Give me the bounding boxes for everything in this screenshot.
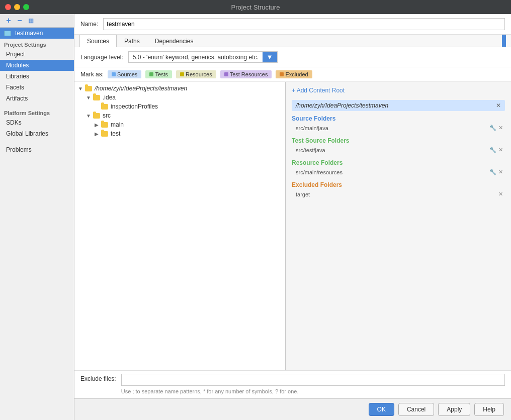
- sidebar-item-facets[interactable]: Facets: [0, 82, 74, 93]
- mark-tests-badge[interactable]: Tests: [145, 70, 172, 78]
- test-folder-icon: [101, 131, 109, 137]
- close-button[interactable]: [5, 4, 11, 10]
- content-split: ▼ /home/zyh/IdeaProjects/testmaven ▼ .id…: [74, 82, 511, 370]
- test-source-folder-actions: 🔧 ✕: [489, 147, 503, 153]
- tree-label-test: test: [111, 130, 120, 137]
- tree-item-idea[interactable]: ▼ .idea: [74, 93, 285, 102]
- test-source-folders-section: Test Source Folders src/test/java 🔧 ✕: [292, 137, 505, 154]
- platform-settings-label: Platform Settings: [4, 110, 50, 116]
- help-button[interactable]: Help: [474, 403, 504, 416]
- idea-folder-icon: [93, 94, 101, 101]
- excluded-folder-remove-btn[interactable]: ✕: [498, 191, 503, 197]
- platform-settings-section-header: Platform Settings: [0, 107, 74, 117]
- resource-folders-title: Resource Folders: [292, 159, 505, 166]
- resource-folder-entry: src/main/resources 🔧 ✕: [292, 168, 505, 176]
- module-folder-icon: [4, 31, 11, 36]
- minimize-button[interactable]: [14, 4, 20, 10]
- maximize-button[interactable]: [23, 4, 29, 10]
- test-resources-dot: [224, 72, 228, 76]
- tree-item-test[interactable]: ▶ test: [74, 129, 285, 138]
- module-name-input[interactable]: [103, 18, 505, 30]
- excluded-folder-entry: target ✕: [292, 190, 505, 198]
- source-folder-properties-btn[interactable]: 🔧: [489, 125, 496, 131]
- tree-item-root[interactable]: ▼ /home/zyh/IdeaProjects/testmaven: [74, 84, 285, 93]
- project-settings-label: Project Settings: [4, 42, 46, 48]
- sidebar: + − ⊞ testmaven Project Settings Project…: [0, 14, 74, 420]
- exclude-right-col: Use ; to separate name patterns, * for a…: [121, 374, 505, 395]
- source-folder-path: src/main/java: [296, 125, 328, 131]
- resource-folder-actions: 🔧 ✕: [489, 169, 503, 175]
- inspection-folder-icon: [101, 103, 109, 110]
- mark-resources-badge[interactable]: Resources: [176, 70, 216, 78]
- sidebar-item-libraries[interactable]: Libraries: [0, 71, 74, 82]
- test-source-folders-title: Test Source Folders: [292, 137, 505, 144]
- module-toolbar: + − ⊞: [0, 14, 74, 28]
- src-folder-icon: [93, 113, 101, 119]
- traffic-lights: [5, 4, 29, 10]
- tree-item-inspectionprofiles[interactable]: inspectionProfiles: [74, 102, 285, 111]
- main-folder-icon: [101, 122, 109, 128]
- tree-item-src[interactable]: ▼ src: [74, 111, 285, 120]
- content-root-remove-button[interactable]: ✕: [496, 102, 501, 109]
- excluded-folders-section: Excluded Folders target ✕: [292, 181, 505, 198]
- test-source-folder-properties-btn[interactable]: 🔧: [489, 147, 496, 153]
- excluded-folders-title: Excluded Folders: [292, 181, 505, 188]
- mark-as-row: Mark as: Sources Tests Resources Test Re…: [74, 67, 511, 82]
- source-folder-entry: src/main/java 🔧 ✕: [292, 124, 505, 132]
- resources-dot: [180, 72, 184, 76]
- content-root-path-text: /home/zyh/IdeaProjects/testmaven: [296, 102, 388, 109]
- remove-module-button[interactable]: −: [15, 16, 24, 25]
- add-content-root-button[interactable]: + Add Content Root: [292, 86, 505, 95]
- bottom-bar: OK Cancel Apply Help: [74, 398, 511, 420]
- module-name-label: testmaven: [15, 30, 43, 37]
- excluded-folder-actions: ✕: [498, 191, 503, 197]
- apply-button[interactable]: Apply: [438, 403, 470, 416]
- mark-sources-badge[interactable]: Sources: [108, 70, 141, 78]
- content-root-entry: /home/zyh/IdeaProjects/testmaven ✕: [292, 100, 505, 111]
- exclude-files-input[interactable]: [121, 374, 505, 386]
- excluded-folder-path: target: [296, 191, 310, 197]
- tree-root-label: /home/zyh/IdeaProjects/testmaven: [95, 85, 187, 92]
- tree-panel: ▼ /home/zyh/IdeaProjects/testmaven ▼ .id…: [74, 82, 286, 370]
- source-folder-remove-btn[interactable]: ✕: [498, 125, 503, 131]
- copy-module-button[interactable]: ⊞: [26, 16, 35, 25]
- cancel-button[interactable]: Cancel: [398, 403, 434, 416]
- test-source-folder-path: src/test/java: [296, 147, 325, 153]
- tab-paths[interactable]: Paths: [117, 35, 147, 47]
- sources-dot: [112, 72, 116, 76]
- sidebar-item-project[interactable]: Project: [0, 49, 74, 60]
- sidebar-item-global-libraries[interactable]: Global Libraries: [0, 128, 74, 139]
- sidebar-item-problems[interactable]: Problems: [0, 144, 74, 155]
- language-level-label: Language level:: [80, 54, 123, 61]
- mark-test-resources-badge[interactable]: Test Resources: [220, 70, 272, 78]
- test-source-folder-remove-btn[interactable]: ✕: [498, 147, 503, 153]
- resource-folder-properties-btn[interactable]: 🔧: [489, 169, 496, 175]
- window-title: Project Structure: [231, 4, 280, 11]
- root-folder-icon: [84, 85, 93, 92]
- source-folder-actions: 🔧 ✕: [489, 125, 503, 131]
- language-level-value: 5.0 - 'enum' keyword, generics, autoboxi…: [129, 52, 263, 62]
- tab-sources[interactable]: Sources: [79, 35, 117, 47]
- mark-excluded-badge[interactable]: Excluded: [276, 70, 312, 78]
- sidebar-item-modules[interactable]: Modules: [0, 60, 74, 71]
- language-level-dropdown-btn[interactable]: ▼: [263, 52, 277, 62]
- module-header: Name:: [74, 14, 511, 35]
- resource-folder-remove-btn[interactable]: ✕: [498, 169, 503, 175]
- tree-arrow-src: ▼: [84, 113, 93, 119]
- tree-label-src: src: [103, 112, 111, 119]
- title-bar: Project Structure: [0, 0, 511, 14]
- mark-as-label: Mark as:: [80, 71, 104, 78]
- tree-item-main[interactable]: ▶ main: [74, 120, 285, 129]
- ok-button[interactable]: OK: [369, 403, 394, 416]
- tree-arrow-main: ▶: [93, 122, 101, 128]
- tree-arrow-test: ▶: [93, 131, 101, 137]
- add-module-button[interactable]: +: [4, 16, 13, 25]
- source-folders-section: Source Folders src/main/java 🔧 ✕: [292, 115, 505, 132]
- tests-dot: [149, 72, 153, 76]
- module-item-testmaven[interactable]: testmaven: [0, 28, 74, 39]
- sidebar-item-sdks[interactable]: SDKs: [0, 117, 74, 128]
- language-level-row: Language level: 5.0 - 'enum' keyword, ge…: [74, 47, 511, 67]
- exclude-files-hint: Use ; to separate name patterns, * for a…: [121, 388, 505, 395]
- sidebar-item-artifacts[interactable]: Artifacts: [0, 93, 74, 104]
- tab-dependencies[interactable]: Dependencies: [147, 35, 201, 47]
